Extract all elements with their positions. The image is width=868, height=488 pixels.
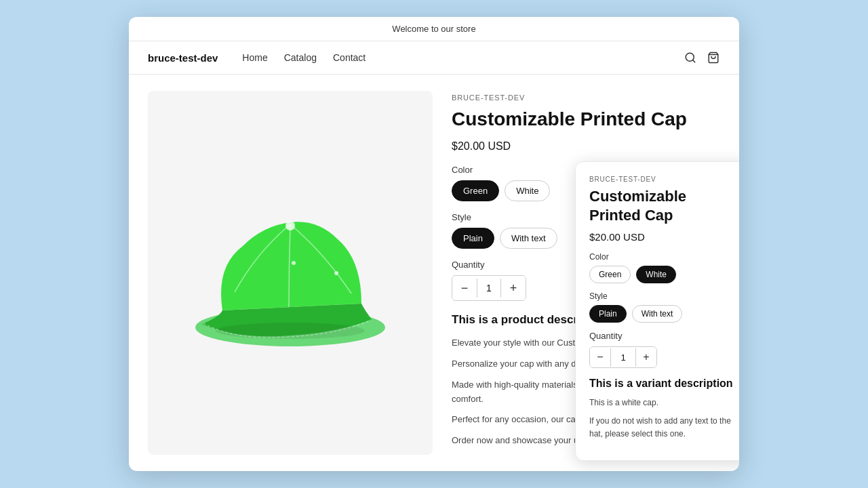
nav-home[interactable]: Home <box>242 52 267 63</box>
popup-quantity-decrease-button[interactable]: − <box>590 347 610 367</box>
nav-catalog[interactable]: Catalog <box>284 52 317 63</box>
search-icon[interactable] <box>684 51 697 64</box>
variant-desc-para-2: If you do not wish to add any text to th… <box>589 415 737 441</box>
popup-product-title: Customizable Printed Cap <box>589 187 737 224</box>
quantity-value: 1 <box>477 279 501 298</box>
popup-color-label: Color <box>589 252 737 262</box>
svg-point-6 <box>334 271 338 275</box>
product-image <box>189 178 392 368</box>
popup-quantity-label: Quantity <box>589 331 737 341</box>
nav-links: Home Catalog Contact <box>242 52 684 63</box>
product-title: Customizable Printed Cap <box>452 107 720 131</box>
style-option-with-text[interactable]: With text <box>500 228 557 249</box>
variant-popup: BRUCE-TEST-DEV Customizable Printed Cap … <box>575 161 739 461</box>
popup-quantity-control: − 1 + <box>589 346 657 368</box>
nav-contact[interactable]: Contact <box>333 52 366 63</box>
product-brand: BRUCE-TEST-DEV <box>452 94 720 102</box>
popup-style-label: Style <box>589 291 737 301</box>
svg-point-5 <box>292 261 296 265</box>
nav-icons <box>684 51 720 64</box>
quantity-increase-button[interactable]: + <box>501 276 526 300</box>
popup-color-option-green[interactable]: Green <box>589 266 631 283</box>
product-price: $20.00 USD <box>452 140 720 152</box>
variant-desc-para-1: This is a white cap. <box>589 396 737 409</box>
popup-style-option-with-text[interactable]: With text <box>632 305 683 323</box>
cart-icon[interactable] <box>707 51 720 64</box>
popup-color-option-white[interactable]: White <box>636 266 676 283</box>
svg-point-7 <box>216 323 365 339</box>
style-option-plain[interactable]: Plain <box>452 228 494 249</box>
popup-brand: BRUCE-TEST-DEV <box>589 176 737 183</box>
popup-quantity-value: 1 <box>610 348 636 367</box>
color-option-white[interactable]: White <box>505 180 550 201</box>
popup-style-options: Plain With text <box>589 305 737 323</box>
quantity-decrease-button[interactable]: − <box>452 276 477 300</box>
color-option-green[interactable]: Green <box>452 180 499 201</box>
popup-color-options: Green White <box>589 266 737 283</box>
variant-desc-title: This is a variant description <box>589 378 737 390</box>
popup-product-price: $20.00 USD <box>589 231 737 243</box>
svg-point-4 <box>285 221 295 230</box>
quantity-control: − 1 + <box>452 275 526 301</box>
nav-bar: bruce-test-dev Home Catalog Contact <box>129 41 739 75</box>
store-name: bruce-test-dev <box>148 52 218 64</box>
product-layout: BRUCE-TEST-DEV Customizable Printed Cap … <box>129 75 739 471</box>
product-image-container <box>148 91 433 455</box>
browser-window: Welcome to our store bruce-test-dev Home… <box>129 17 739 471</box>
announcement-text: Welcome to our store <box>392 24 475 34</box>
announcement-bar: Welcome to our store <box>129 17 739 41</box>
svg-line-1 <box>692 60 694 62</box>
popup-quantity-increase-button[interactable]: + <box>636 347 656 367</box>
popup-style-option-plain[interactable]: Plain <box>589 305 627 323</box>
variant-desc: This is a white cap. If you do not wish … <box>589 396 737 441</box>
